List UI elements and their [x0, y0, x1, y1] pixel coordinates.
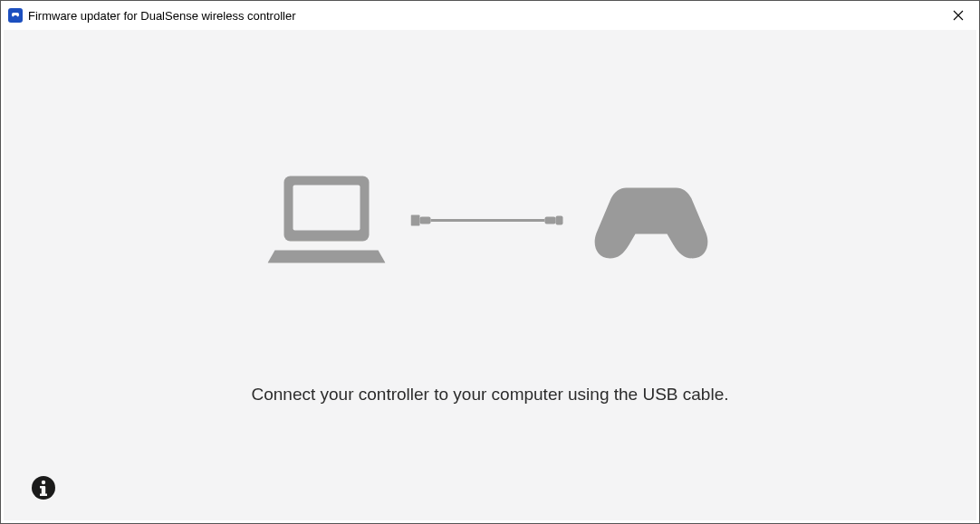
usb-cable-icon [411, 211, 565, 229]
info-icon [31, 475, 56, 500]
info-button[interactable] [31, 475, 56, 500]
laptop-icon [268, 173, 386, 268]
svg-rect-5 [411, 214, 420, 225]
app-window: Firmware updater for DualSense wireless … [0, 0, 980, 524]
svg-marker-4 [268, 251, 386, 263]
instruction-text: Connect your controller to your computer… [4, 385, 976, 405]
titlebar: Firmware updater for DualSense wireless … [1, 1, 979, 30]
close-icon [953, 10, 964, 21]
svg-rect-14 [40, 494, 47, 497]
svg-rect-13 [40, 486, 44, 489]
app-icon [8, 8, 23, 23]
svg-rect-3 [293, 186, 360, 231]
window-title: Firmware updater for DualSense wireless … [28, 9, 937, 23]
svg-rect-9 [556, 215, 563, 224]
svg-rect-8 [545, 216, 556, 224]
close-button[interactable] [937, 1, 979, 30]
main-content: Connect your controller to your computer… [4, 30, 976, 520]
controller-icon [591, 177, 713, 263]
svg-point-11 [42, 481, 45, 484]
svg-rect-6 [420, 216, 431, 224]
connection-illustration [268, 173, 713, 268]
